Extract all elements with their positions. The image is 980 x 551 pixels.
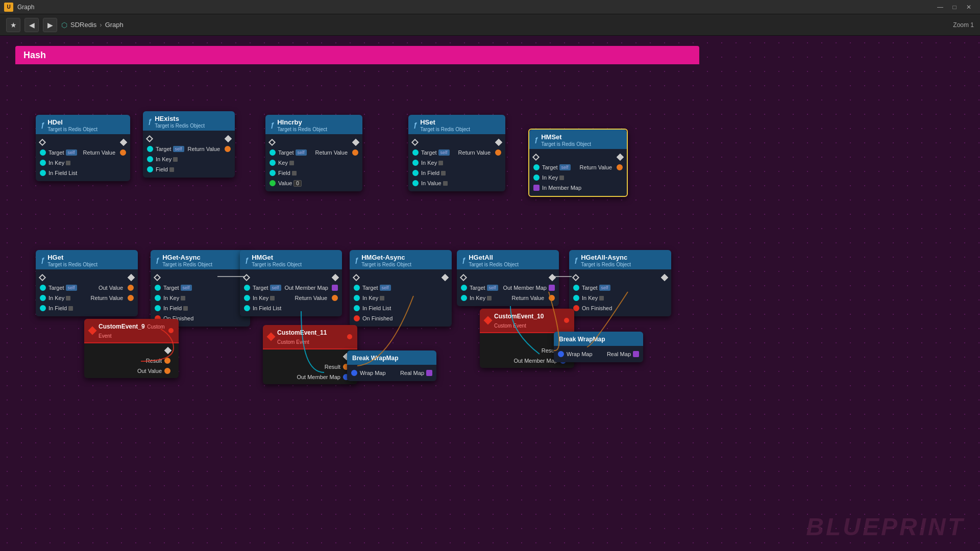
target-label: Target [48, 149, 64, 156]
app-title: Graph [17, 4, 34, 11]
return-pin [120, 149, 126, 156]
exec-out-pin [120, 139, 127, 146]
hmset-node[interactable]: ƒ HMSet Target is Redis Object Target se… [528, 129, 628, 197]
hdel-node[interactable]: ƒ HDel Target is Redis Object Target sel… [36, 115, 130, 181]
hmget-async-node[interactable]: ƒ HMGet-Async Target is Redis Object Tar… [350, 250, 452, 327]
inkey-label: In Key [48, 160, 64, 166]
toolbar: ★ ◀ ▶ ⬡ SDRedis › Graph Zoom 1 [0, 14, 980, 36]
breadcrumb-sep: › [100, 21, 102, 29]
window-controls: — □ ✕ [933, 0, 976, 14]
title-bar: U Graph — □ ✕ [0, 0, 980, 14]
exec-in-pin [146, 135, 153, 142]
breadcrumb-current[interactable]: Graph [105, 21, 124, 29]
self-badge: self [66, 149, 77, 156]
infieldlist-label: In Field List [48, 170, 77, 176]
hincrby-node[interactable]: ƒ HIncrby Target is Redis Object Target … [265, 115, 362, 191]
inkey-pin [40, 160, 46, 166]
func-icon: ƒ [148, 117, 152, 125]
hgetall-node[interactable]: ƒ HGetAll Target is Redis Object Target … [457, 250, 559, 306]
custom-event-11-node[interactable]: CustomEvent_11 Custom Event Result Out M… [263, 325, 357, 384]
breadcrumb: ⬡ SDRedis › Graph [61, 21, 124, 29]
blueprint-icon: ⬡ [61, 21, 67, 29]
breadcrumb-parent[interactable]: SDRedis [70, 21, 96, 29]
inkey-badge [66, 161, 70, 165]
blueprint-watermark: BLUEPRINT [806, 513, 965, 541]
custom-event-9-node[interactable]: CustomEvent_9 Custom Event Result Out Va… [84, 319, 179, 378]
infieldlist-pin [40, 170, 46, 176]
func-icon: ƒ [41, 121, 44, 129]
target-pin [40, 149, 46, 156]
exec-in-pin [39, 139, 46, 146]
hexists-node[interactable]: ƒ HExists Target is Redis Object Target … [143, 111, 235, 178]
minimize-button[interactable]: — [933, 0, 947, 14]
hget-node[interactable]: ƒ HGet Target is Redis Object Target sel… [36, 250, 138, 316]
close-button[interactable]: ✕ [962, 0, 976, 14]
hmget-node[interactable]: ƒ HMGet Target is Redis Object Target se… [240, 250, 342, 316]
zoom-indicator: Zoom 1 [953, 21, 974, 29]
favorites-button[interactable]: ★ [6, 18, 20, 32]
maximize-button[interactable]: □ [947, 0, 962, 14]
break-wrapmap-2-node[interactable]: Break WrapMap Wrap Map Real Map [554, 332, 643, 362]
exec-out-pin [225, 135, 232, 142]
hash-group-label: Hash [15, 46, 699, 64]
group-label-text: Hash [23, 50, 46, 61]
forward-button[interactable]: ▶ [43, 18, 57, 32]
target-pin [147, 146, 153, 152]
app-icon: U [4, 3, 13, 12]
break-wrapmap-1-node[interactable]: Break WrapMap Wrap Map Real Map [347, 350, 436, 381]
hgetall-async-node[interactable]: ƒ HGetAll-Async Target is Redis Object T… [569, 250, 671, 316]
return-label: Return Value [83, 149, 117, 156]
hset-node[interactable]: ƒ HSet Target is Redis Object Target sel… [408, 115, 505, 191]
back-button[interactable]: ◀ [24, 18, 39, 32]
canvas[interactable]: Hash ƒ HDel Target is Redis Object Targe… [0, 36, 980, 551]
hget-async-node[interactable]: ƒ HGet-Async Target is Redis Object Targ… [151, 250, 250, 327]
